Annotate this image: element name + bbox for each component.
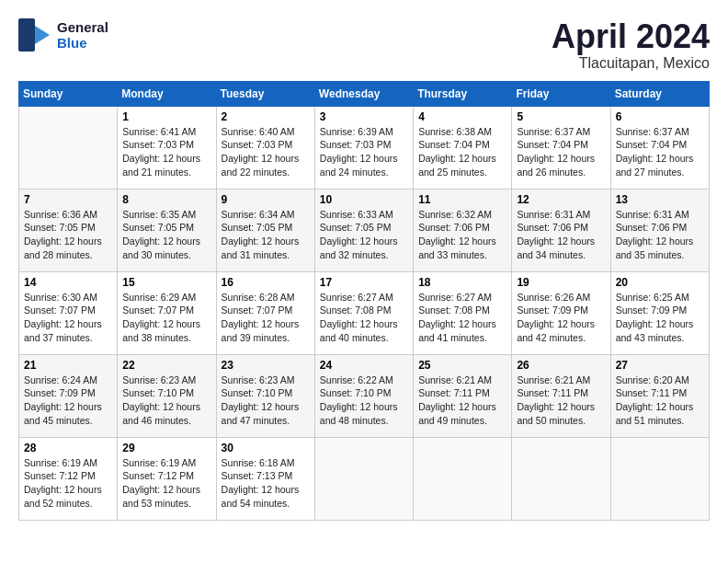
day-info: Sunrise: 6:39 AMSunset: 7:03 PMDaylight:… <box>320 125 408 179</box>
day-cell <box>512 437 610 520</box>
calendar-body: 1Sunrise: 6:41 AMSunset: 7:03 PMDaylight… <box>19 106 710 520</box>
day-info: Sunrise: 6:23 AMSunset: 7:10 PMDaylight:… <box>222 373 310 428</box>
title-block: April 2024 Tlacuitapan, Mexico <box>552 18 710 72</box>
day-info: Sunrise: 6:34 AMSunset: 7:05 PMDaylight:… <box>222 208 310 262</box>
day-cell: 19Sunrise: 6:26 AMSunset: 7:09 PMDayligh… <box>512 271 610 354</box>
day-cell: 4Sunrise: 6:38 AMSunset: 7:04 PMDaylight… <box>414 106 512 189</box>
week-row-4: 21Sunrise: 6:24 AMSunset: 7:09 PMDayligh… <box>19 354 710 437</box>
day-cell: 20Sunrise: 6:25 AMSunset: 7:09 PMDayligh… <box>610 271 709 354</box>
day-info: Sunrise: 6:33 AMSunset: 7:05 PMDaylight:… <box>320 208 408 262</box>
week-row-1: 1Sunrise: 6:41 AMSunset: 7:03 PMDaylight… <box>19 106 710 189</box>
day-cell: 7Sunrise: 6:36 AMSunset: 7:05 PMDaylight… <box>19 189 118 271</box>
day-number: 2 <box>222 110 310 123</box>
day-header-thursday: Thursday <box>414 81 512 106</box>
day-cell <box>314 437 413 520</box>
day-cell: 17Sunrise: 6:27 AMSunset: 7:08 PMDayligh… <box>314 271 413 354</box>
day-number: 25 <box>418 359 506 372</box>
day-header-friday: Friday <box>512 81 610 106</box>
day-cell: 8Sunrise: 6:35 AMSunset: 7:05 PMDaylight… <box>118 189 216 271</box>
day-info: Sunrise: 6:40 AMSunset: 7:03 PMDaylight:… <box>222 125 310 179</box>
logo-general: General <box>57 19 108 35</box>
day-cell: 18Sunrise: 6:27 AMSunset: 7:08 PMDayligh… <box>414 271 512 354</box>
day-number: 24 <box>320 359 408 372</box>
day-number: 3 <box>320 110 408 123</box>
day-info: Sunrise: 6:19 AMSunset: 7:12 PMDaylight:… <box>122 456 210 511</box>
day-number: 23 <box>222 359 310 372</box>
day-number: 15 <box>122 276 210 289</box>
logo-svg <box>18 18 51 52</box>
day-header-wednesday: Wednesday <box>314 81 413 106</box>
day-number: 29 <box>122 442 210 454</box>
day-info: Sunrise: 6:41 AMSunset: 7:03 PMDaylight:… <box>122 125 210 179</box>
day-cell: 29Sunrise: 6:19 AMSunset: 7:12 PMDayligh… <box>118 437 216 520</box>
day-cell: 13Sunrise: 6:31 AMSunset: 7:06 PMDayligh… <box>610 189 709 271</box>
day-header-monday: Monday <box>118 81 216 106</box>
day-cell: 6Sunrise: 6:37 AMSunset: 7:04 PMDaylight… <box>610 106 709 189</box>
day-cell: 9Sunrise: 6:34 AMSunset: 7:05 PMDaylight… <box>216 189 314 271</box>
svg-rect-0 <box>18 18 35 52</box>
day-info: Sunrise: 6:37 AMSunset: 7:04 PMDaylight:… <box>616 125 704 179</box>
day-number: 27 <box>616 359 704 372</box>
day-number: 9 <box>222 193 310 206</box>
month-title: April 2024 <box>552 18 710 55</box>
logo-blue: Blue <box>57 35 108 51</box>
day-info: Sunrise: 6:37 AMSunset: 7:04 PMDaylight:… <box>517 125 605 179</box>
day-cell: 12Sunrise: 6:31 AMSunset: 7:06 PMDayligh… <box>512 189 610 271</box>
day-number: 22 <box>122 359 210 372</box>
day-info: Sunrise: 6:24 AMSunset: 7:09 PMDaylight:… <box>24 373 112 428</box>
day-info: Sunrise: 6:22 AMSunset: 7:10 PMDaylight:… <box>320 373 408 428</box>
day-header-tuesday: Tuesday <box>216 81 314 106</box>
day-header-sunday: Sunday <box>19 81 118 106</box>
day-info: Sunrise: 6:27 AMSunset: 7:08 PMDaylight:… <box>418 291 506 345</box>
day-info: Sunrise: 6:30 AMSunset: 7:07 PMDaylight:… <box>24 291 112 345</box>
svg-marker-1 <box>35 26 50 44</box>
day-info: Sunrise: 6:36 AMSunset: 7:05 PMDaylight:… <box>24 208 112 262</box>
day-headers-row: SundayMondayTuesdayWednesdayThursdayFrid… <box>19 81 710 106</box>
day-number: 19 <box>517 276 605 289</box>
day-info: Sunrise: 6:23 AMSunset: 7:10 PMDaylight:… <box>122 373 210 428</box>
day-number: 17 <box>320 276 408 289</box>
day-info: Sunrise: 6:20 AMSunset: 7:11 PMDaylight:… <box>616 373 704 428</box>
location: Tlacuitapan, Mexico <box>552 55 710 72</box>
day-number: 5 <box>517 110 605 123</box>
day-number: 6 <box>616 110 704 123</box>
day-number: 7 <box>24 193 112 206</box>
day-info: Sunrise: 6:29 AMSunset: 7:07 PMDaylight:… <box>122 291 210 345</box>
day-number: 18 <box>418 276 506 289</box>
day-cell: 11Sunrise: 6:32 AMSunset: 7:06 PMDayligh… <box>414 189 512 271</box>
week-row-5: 28Sunrise: 6:19 AMSunset: 7:12 PMDayligh… <box>19 437 710 520</box>
day-info: Sunrise: 6:25 AMSunset: 7:09 PMDaylight:… <box>616 291 704 345</box>
day-info: Sunrise: 6:28 AMSunset: 7:07 PMDaylight:… <box>222 291 310 345</box>
day-number: 21 <box>24 359 112 372</box>
day-info: Sunrise: 6:32 AMSunset: 7:06 PMDaylight:… <box>418 208 506 262</box>
day-number: 20 <box>616 276 704 289</box>
day-info: Sunrise: 6:26 AMSunset: 7:09 PMDaylight:… <box>517 291 605 345</box>
day-info: Sunrise: 6:21 AMSunset: 7:11 PMDaylight:… <box>517 373 605 428</box>
day-number: 12 <box>517 193 605 206</box>
day-info: Sunrise: 6:38 AMSunset: 7:04 PMDaylight:… <box>418 125 506 179</box>
week-row-3: 14Sunrise: 6:30 AMSunset: 7:07 PMDayligh… <box>19 271 710 354</box>
day-number: 30 <box>222 442 310 454</box>
day-cell: 24Sunrise: 6:22 AMSunset: 7:10 PMDayligh… <box>314 354 413 437</box>
day-cell: 26Sunrise: 6:21 AMSunset: 7:11 PMDayligh… <box>512 354 610 437</box>
day-header-saturday: Saturday <box>610 81 709 106</box>
day-number: 4 <box>418 110 506 123</box>
day-info: Sunrise: 6:21 AMSunset: 7:11 PMDaylight:… <box>418 373 506 428</box>
day-cell: 16Sunrise: 6:28 AMSunset: 7:07 PMDayligh… <box>216 271 314 354</box>
day-cell: 27Sunrise: 6:20 AMSunset: 7:11 PMDayligh… <box>610 354 709 437</box>
day-number: 28 <box>24 442 112 454</box>
day-cell: 14Sunrise: 6:30 AMSunset: 7:07 PMDayligh… <box>19 271 118 354</box>
page-header: General Blue April 2024 Tlacuitapan, Mex… <box>18 18 710 72</box>
day-number: 8 <box>122 193 210 206</box>
day-cell: 3Sunrise: 6:39 AMSunset: 7:03 PMDaylight… <box>314 106 413 189</box>
day-cell: 28Sunrise: 6:19 AMSunset: 7:12 PMDayligh… <box>19 437 118 520</box>
day-number: 10 <box>320 193 408 206</box>
day-cell: 15Sunrise: 6:29 AMSunset: 7:07 PMDayligh… <box>118 271 216 354</box>
day-cell <box>610 437 709 520</box>
day-cell: 10Sunrise: 6:33 AMSunset: 7:05 PMDayligh… <box>314 189 413 271</box>
day-number: 1 <box>122 110 210 123</box>
day-info: Sunrise: 6:31 AMSunset: 7:06 PMDaylight:… <box>616 208 704 262</box>
day-info: Sunrise: 6:35 AMSunset: 7:05 PMDaylight:… <box>122 208 210 262</box>
day-number: 16 <box>222 276 310 289</box>
day-cell: 5Sunrise: 6:37 AMSunset: 7:04 PMDaylight… <box>512 106 610 189</box>
